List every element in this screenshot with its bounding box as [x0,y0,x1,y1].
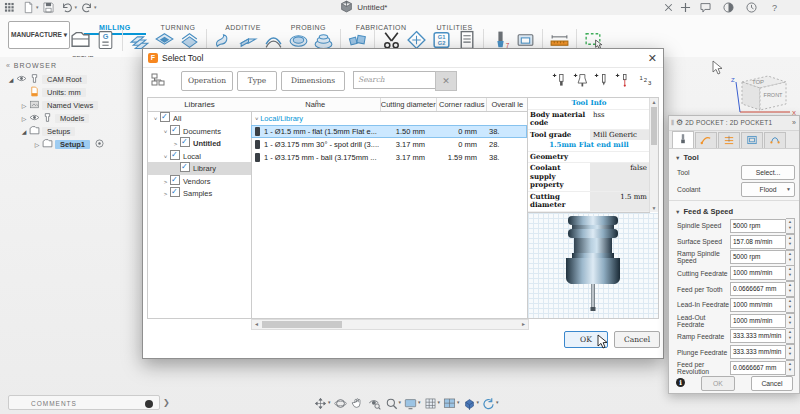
field-input[interactable]: 5000 rpm [730,219,786,233]
viewports-icon[interactable] [443,396,456,409]
coolant-dropdown[interactable]: Flood ▼ [741,182,795,197]
tree-view-toggle-icon[interactable] [151,73,167,87]
library-item-vendors[interactable]: ˃Vendors [148,175,251,188]
tool-tab-icon[interactable] [672,131,694,148]
field-input[interactable]: 0.0666667 mm [730,282,786,296]
heights-tab-icon[interactable] [718,132,740,148]
chevron-down-icon[interactable]: ▾ [496,395,499,410]
checkbox-checked[interactable] [170,175,180,185]
expand-closed-icon[interactable]: ▷ [32,139,42,152]
expand-panel-icon[interactable]: » [792,116,796,130]
visual-style-icon[interactable] [463,396,476,409]
look-at-icon[interactable] [368,396,381,409]
spinner-control[interactable]: ▲▼ [786,218,795,234]
pan-icon[interactable] [351,396,364,409]
hscrollbar-thumb[interactable] [262,321,342,328]
browser-item-units-mm[interactable]: Units: mm [2,86,152,99]
browser-item-label[interactable]: Setup1 [55,140,90,149]
spinner-control[interactable]: ▲▼ [786,265,795,281]
checkbox-checked[interactable] [160,112,170,122]
geometry-tab-icon[interactable] [695,132,717,148]
dialog-cancel-button[interactable]: Cancel [614,331,660,348]
spinner-control[interactable]: ▲▼ [786,234,795,250]
redo-icon[interactable] [80,1,93,14]
expand-closed-icon[interactable]: ˃ [161,188,170,201]
tool-row[interactable]: 1 - Ø1.5 mm - flat (1.5mm Flat e...1.50 … [251,125,527,138]
spinner-control[interactable]: ▲▼ [786,297,795,313]
expand-open-icon[interactable]: ˅ [151,113,160,126]
help-icon[interactable]: ? [768,1,781,14]
browser-item-named-views[interactable]: ▷Named Views [2,99,152,112]
refresh-icon[interactable] [482,396,495,409]
library-item-documents[interactable]: ˅Documents [148,125,251,138]
activate-icon[interactable] [94,138,105,149]
operation-dialog-header[interactable]: ⦀⚙ 2D POCKET : 2D POCKET1 » [669,116,799,131]
library-item-all[interactable]: ˅All [148,112,251,125]
linking-tab-icon[interactable] [764,132,786,148]
move-icon[interactable] [314,396,327,409]
expand-comments-chevron-icon[interactable]: ❯ [163,395,170,410]
scroll-down-icon[interactable]: ▼ [650,204,658,212]
library-item-samples[interactable]: ˃Samples [148,187,251,200]
browser-item-label[interactable]: Setups [42,127,75,136]
field-input[interactable]: 1000 mm/min [730,298,786,312]
zoom-icon[interactable] [385,396,398,409]
dialog-close-icon[interactable]: ✕ [648,51,657,65]
comments-bubble-icon[interactable] [699,1,712,14]
browser-item-label[interactable]: Models [55,114,89,123]
spinner-control[interactable]: ▲▼ [786,360,795,376]
operation-cancel-button[interactable]: Cancel [751,376,793,391]
spinner-control[interactable]: ▲▼ [786,250,795,266]
browser-item-cam-root[interactable]: ◢CAM Root [2,73,152,86]
job-status-icon[interactable] [745,1,758,14]
column-header-name[interactable]: ᴧName [251,98,381,111]
libraries-header[interactable]: Libraries [148,98,251,112]
scroll-left-icon[interactable]: ◂ [252,320,261,329]
chevron-down-icon[interactable]: ▾ [94,4,97,10]
new-tab-icon[interactable] [679,1,692,14]
app-grid-icon[interactable] [3,1,16,14]
view-cube[interactable]: TOP FRONT X Z [728,66,796,122]
tool-row[interactable]: 1 - Ø3.175 mm - ball (3.175mm ...3.17 mm… [251,151,527,164]
field-input[interactable]: 333.333 mm/min [730,345,786,359]
checkbox-checked[interactable] [180,162,190,172]
add-drill-icon[interactable] [594,71,611,90]
search-input[interactable]: Search [353,71,437,89]
browser-item-label[interactable]: Named Views [42,101,98,110]
checkbox-checked[interactable] [170,187,180,197]
checkbox-checked[interactable] [180,137,190,147]
dialog-title-bar[interactable]: F Select Tool ✕ [143,49,663,68]
expand-open-icon[interactable]: ◢ [6,74,16,87]
library-item-local[interactable]: ˅Local [148,150,251,163]
column-header-overall-length[interactable]: Overall le [487,98,527,111]
eye-icon[interactable] [29,112,40,123]
add-probe-icon[interactable] [615,71,632,90]
dialog-ok-button[interactable]: OK [564,331,608,348]
workspace-selector[interactable]: MANUFACTURE ▾ [8,21,70,49]
grid-settings-icon[interactable] [424,396,437,409]
tool-info-scrollbar[interactable]: ▲ ▼ [649,98,658,212]
scroll-up-icon[interactable]: ▲ [650,98,658,106]
spinner-control[interactable]: ▲▼ [786,328,795,344]
checkbox-checked[interactable] [170,125,180,135]
spinner-control[interactable]: ▲▼ [786,313,795,329]
expand-open-icon[interactable]: ◢ [19,126,29,139]
chevron-down-icon[interactable]: ▾ [75,4,78,10]
chevron-down-icon[interactable]: ▾ [36,4,39,10]
operation-ok-button[interactable]: OK [701,376,735,391]
clear-search-icon[interactable]: ✕ [435,71,457,91]
orbit-icon[interactable] [334,396,347,409]
field-input[interactable]: 333.333 mm/min [730,329,786,343]
browser-item-setups[interactable]: ◢Setups [2,125,152,138]
nc-program-icon[interactable]: G [95,29,116,51]
browser-header[interactable]: « BROWSER [2,60,152,73]
library-item-library[interactable]: Library [148,162,251,175]
display-settings-icon[interactable] [404,396,417,409]
chevron-down-icon[interactable]: ▾ [477,395,480,410]
info-icon[interactable]: i [676,378,685,387]
browser-item-label[interactable]: CAM Root [42,75,87,84]
browser-item-models[interactable]: ▷Models [2,112,152,125]
tool-select-button[interactable]: Select... [741,165,795,180]
save-icon[interactable] [42,1,55,14]
chevron-down-icon[interactable]: ▾ [328,395,331,410]
